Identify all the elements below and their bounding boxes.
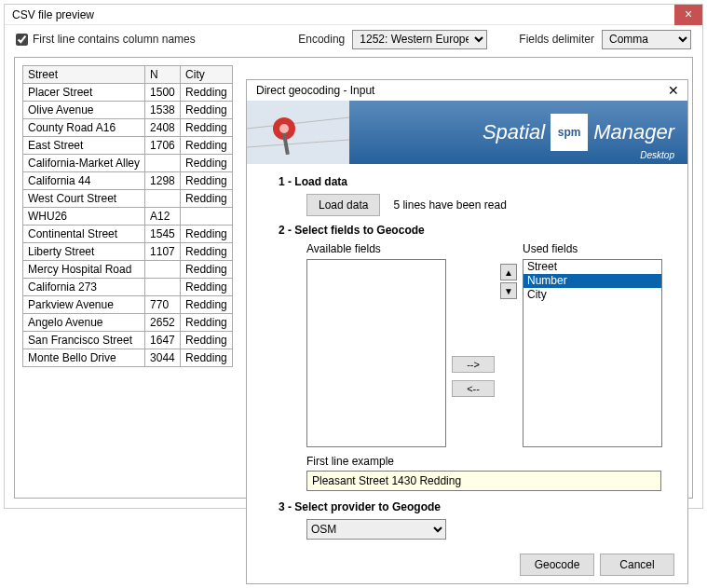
cell: Redding [181, 119, 233, 137]
section-1-heading: 1 - Load data [279, 175, 674, 188]
col-header-n[interactable]: N [145, 66, 181, 84]
table-row[interactable]: West Court StreetRedding [23, 190, 233, 208]
cell: 1647 [145, 332, 181, 349]
table-row[interactable]: California-Market AlleyRedding [23, 155, 233, 172]
list-item[interactable]: Number [523, 274, 661, 288]
brand-logo-icon: spm [551, 114, 588, 151]
cell: Redding [181, 226, 233, 243]
table-row[interactable]: East Street1706Redding [23, 137, 233, 155]
first-line-label: First line contains column names [33, 33, 196, 46]
brand-text-a: Spatial [483, 120, 545, 144]
table-row[interactable]: Parkview Avenue770Redding [23, 296, 233, 314]
cell: California 273 [23, 279, 145, 296]
cell: Redding [181, 261, 233, 279]
encoding-select[interactable]: 1252: Western European (Windows) [352, 30, 487, 49]
cell: County Road A16 [23, 119, 145, 137]
csv-titlebar: CSV file preview × [5, 5, 702, 25]
table-row[interactable]: Olive Avenue1538Redding [23, 102, 233, 119]
move-up-button[interactable]: ▲ [500, 264, 517, 280]
table-row[interactable]: Mercy Hospital RoadRedding [23, 261, 233, 279]
cell: 3044 [145, 349, 181, 367]
table-row[interactable]: California 441298Redding [23, 172, 233, 190]
available-fields-label: Available fields [306, 242, 446, 255]
cell [145, 155, 181, 172]
first-line-example-label: First line example [306, 455, 674, 468]
geo-close-button[interactable]: ✕ [659, 80, 687, 101]
geo-body: 1 - Load data Load data 5 lines have bee… [247, 164, 687, 583]
cell: Redding [181, 155, 233, 172]
table-row[interactable]: WHU26A12 [23, 208, 233, 226]
brand-text-b: Manager [593, 120, 674, 144]
cell: Liberty Street [23, 243, 145, 261]
cell: East Street [23, 137, 145, 155]
cell: 2408 [145, 119, 181, 137]
section-2-heading: 2 - Select fields to Geocode [279, 224, 674, 237]
cell: Placer Street [23, 84, 145, 102]
cell: 1298 [145, 172, 181, 190]
used-fields-label: Used fields [523, 242, 662, 255]
csv-title: CSV file preview [12, 5, 94, 24]
geo-title: Direct geocoding - Input [256, 80, 374, 101]
list-item[interactable]: Street [523, 260, 661, 274]
delimiter-select[interactable]: Comma [602, 30, 691, 49]
cell: Redding [181, 296, 233, 314]
cell: Redding [181, 190, 233, 208]
brand: Spatial spm Manager [483, 114, 674, 151]
geocode-button[interactable]: Geocode [520, 554, 594, 576]
available-fields-listbox[interactable] [306, 259, 446, 447]
table-row[interactable]: Monte Bello Drive3044Redding [23, 349, 233, 367]
cell: 770 [145, 296, 181, 314]
table-row[interactable]: California 273Redding [23, 279, 233, 296]
table-row[interactable]: Angelo Avenue2652Redding [23, 314, 233, 332]
move-down-button[interactable]: ▼ [500, 282, 517, 299]
geo-banner: Spatial spm Manager Desktop [247, 101, 687, 164]
table-row[interactable]: Placer Street1500Redding [23, 84, 233, 102]
cell: Redding [181, 172, 233, 190]
cell: Continental Street [23, 226, 145, 243]
load-status: 5 lines have been read [393, 198, 506, 212]
cell: 1500 [145, 84, 181, 102]
brand-sub: Desktop [640, 150, 674, 160]
cell: Monte Bello Drive [23, 349, 145, 367]
used-fields-listbox[interactable]: StreetNumberCity [523, 259, 662, 447]
cell: Redding [181, 332, 233, 349]
cell: Redding [181, 243, 233, 261]
cell: Redding [181, 102, 233, 119]
cell: Mercy Hospital Road [23, 261, 145, 279]
first-line-example: Pleasant Street 1430 Redding [306, 471, 661, 491]
col-header-city[interactable]: City [181, 66, 233, 84]
cell: A12 [145, 208, 181, 226]
section-3-heading: 3 - Select provider to Geogode [279, 500, 674, 513]
list-item[interactable]: City [523, 288, 661, 302]
cell: San Francisco Street [23, 332, 145, 349]
geocoding-dialog: Direct geocoding - Input ✕ Spatial spm M… [246, 79, 688, 584]
cell: 1706 [145, 137, 181, 155]
cell: Olive Avenue [23, 102, 145, 119]
cell [145, 261, 181, 279]
table-row[interactable]: Continental Street1545Redding [23, 226, 233, 243]
csv-table: Street N City Placer Street1500ReddingOl… [22, 65, 233, 367]
cancel-button[interactable]: Cancel [600, 554, 674, 576]
cell: Redding [181, 84, 233, 102]
col-header-street[interactable]: Street [23, 66, 145, 84]
first-line-checkbox-input[interactable] [16, 34, 28, 46]
close-button[interactable]: × [674, 5, 702, 25]
cell: West Court Street [23, 190, 145, 208]
provider-select[interactable]: OSM [306, 519, 446, 540]
geo-titlebar: Direct geocoding - Input ✕ [247, 80, 687, 101]
cell: 1538 [145, 102, 181, 119]
csv-toolbar: First line contains column names Encodin… [5, 25, 702, 53]
cell: Angelo Avenue [23, 314, 145, 332]
cell [145, 279, 181, 296]
table-row[interactable]: San Francisco Street1647Redding [23, 332, 233, 349]
load-data-button[interactable]: Load data [306, 194, 380, 216]
cell: Redding [181, 137, 233, 155]
first-line-checkbox[interactable]: First line contains column names [16, 33, 196, 46]
cell [145, 190, 181, 208]
cell: California 44 [23, 172, 145, 190]
move-right-button[interactable]: --> [452, 356, 495, 373]
cell: California-Market Alley [23, 155, 145, 172]
table-row[interactable]: County Road A162408Redding [23, 119, 233, 137]
table-row[interactable]: Liberty Street1107Redding [23, 243, 233, 261]
move-left-button[interactable]: <-- [452, 380, 495, 397]
